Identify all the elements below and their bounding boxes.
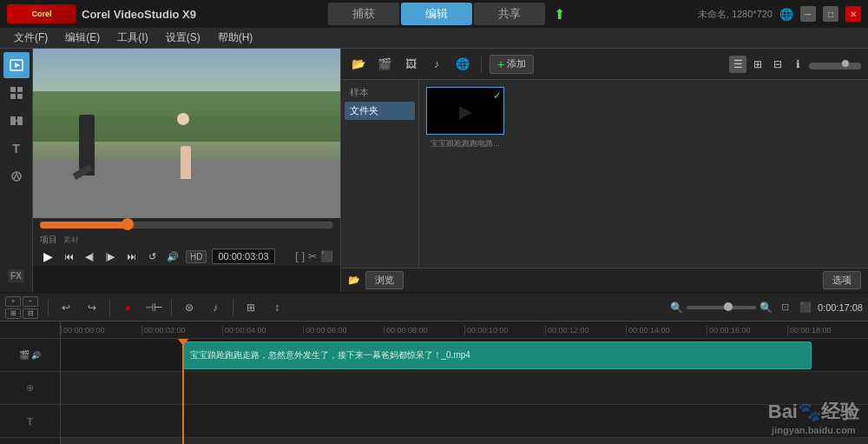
- tracks-container: 宝宝踉跄跑跑走路，忽然意外发生了，接下来一幕爸妈都惊呆了！_0.mp4: [61, 339, 868, 444]
- ruler-mark-2: 00:00:04:00: [222, 326, 303, 335]
- menu-file[interactable]: 文件(F): [7, 29, 55, 47]
- add-label: 添加: [507, 57, 526, 70]
- view-info-icon[interactable]: ℹ: [789, 56, 806, 73]
- track-all-expand-icon[interactable]: ⊞: [5, 308, 21, 319]
- tl-select-icon[interactable]: ↕: [266, 296, 288, 319]
- sidebar-media-icon[interactable]: [3, 52, 30, 78]
- sidebar-title-icon[interactable]: T: [3, 136, 30, 162]
- timeline-toolbar: + − ⊞ ⊟ ↩ ↪ ● ⊣⊢ ⊜ ♪ ⊞ ↕ 🔍 🔍 ⊡ ⬛ 0:00:: [0, 294, 868, 321]
- tl-redo-icon[interactable]: ↪: [81, 296, 103, 319]
- tl-fit-icon[interactable]: ⊡: [776, 299, 793, 316]
- prev-button[interactable]: ⏮: [61, 249, 76, 264]
- sidebar-graphic-icon[interactable]: [3, 163, 30, 189]
- upload-icon[interactable]: ⬆: [554, 6, 565, 23]
- sidebar-instant-icon[interactable]: [3, 80, 30, 106]
- tl-record-icon[interactable]: ●: [116, 296, 139, 319]
- progress-thumb[interactable]: [122, 218, 134, 230]
- resolution-info: 未命名, 1280*720: [698, 8, 773, 21]
- step-fwd-button[interactable]: |▶: [102, 249, 118, 264]
- track-video-icon[interactable]: 🎬: [19, 350, 30, 360]
- view-large-icon[interactable]: ⊟: [769, 56, 786, 73]
- tl-audio-icon[interactable]: ♪: [204, 296, 227, 319]
- timeline-content: 🎬 🔊 ⊕ T 00:00:00:00 00:00:02:00 00:00:04…: [0, 321, 868, 444]
- snapshot-icon[interactable]: ⬛: [320, 250, 333, 262]
- progress-bar[interactable]: [40, 222, 333, 229]
- ruler-mark-6: 00:00:12:00: [545, 326, 626, 335]
- track-title-icon[interactable]: T: [27, 416, 33, 427]
- maximize-button[interactable]: □: [823, 6, 838, 22]
- zoom-plus-icon[interactable]: 🔍: [760, 302, 773, 314]
- preview-video: [33, 49, 340, 218]
- menu-bar: 文件(F) 编辑(E) 工具(I) 设置(S) 帮助(H): [0, 28, 868, 49]
- sidebar-transition-icon[interactable]: [3, 108, 30, 134]
- media-thumb-1[interactable]: ▶ ✓: [426, 87, 504, 135]
- media-image-icon[interactable]: 🖼: [400, 54, 421, 75]
- app-logo: Corel: [7, 4, 76, 23]
- mark-in-icon[interactable]: [: [295, 250, 298, 262]
- track-label-video: 🎬 🔊: [0, 339, 60, 372]
- track-all-collapse-icon[interactable]: ⊟: [23, 308, 38, 319]
- cut-icon[interactable]: ✂: [308, 250, 317, 262]
- zoom-slider[interactable]: [687, 306, 756, 309]
- video-clip[interactable]: 宝宝踉跄跑跑走路，忽然意外发生了，接下来一幕爸妈都惊呆了！_0.mp4: [182, 341, 812, 369]
- view-grid-icon[interactable]: ⊞: [749, 56, 766, 73]
- play-button[interactable]: ▶: [40, 249, 56, 264]
- tl-snap-icon[interactable]: ⊞: [240, 296, 262, 319]
- menu-settings[interactable]: 设置(S): [159, 29, 207, 47]
- view-list-icon[interactable]: ☰: [729, 56, 746, 73]
- timecode[interactable]: 00:00:03:03: [212, 249, 274, 264]
- menu-help[interactable]: 帮助(H): [211, 29, 260, 47]
- media-film-icon[interactable]: 🎬: [374, 54, 395, 75]
- close-button[interactable]: ✕: [845, 6, 861, 22]
- tab-share[interactable]: 共享: [474, 3, 545, 25]
- minimize-button[interactable]: ─: [800, 6, 816, 22]
- timeline-ruler: 00:00:00:00 00:00:02:00 00:00:04:00 00:0…: [61, 321, 868, 339]
- tl-split-icon[interactable]: ⊣⊢: [142, 296, 165, 319]
- next-button[interactable]: ⏭: [123, 249, 139, 264]
- nav-tabs: 捕获 编辑 共享 ⬆: [328, 3, 565, 25]
- ruler-mark-9: 00:00:18:00: [787, 326, 868, 335]
- svg-marker-1: [15, 63, 20, 68]
- track-video-mute[interactable]: 🔊: [31, 351, 41, 360]
- zoom-slider-small[interactable]: [809, 63, 861, 70]
- hd-badge[interactable]: HD: [186, 250, 207, 263]
- media-nav-folder[interactable]: 文件夹: [345, 102, 415, 120]
- tl-full-icon[interactable]: ⬛: [797, 299, 814, 316]
- title-bar: Corel Corel VideoStudio X9 捕获 编辑 共享 ⬆ 未命…: [0, 0, 868, 28]
- media-folder-icon[interactable]: 📂: [348, 54, 369, 75]
- menu-edit[interactable]: 编辑(E): [58, 29, 107, 47]
- mark-out-icon[interactable]: ]: [302, 250, 305, 262]
- media-globe-icon[interactable]: 🌐: [452, 54, 473, 75]
- media-toolbar: 📂 🎬 🖼 ♪ 🌐 + 添加 ☰ ⊞ ⊟ ℹ: [341, 49, 868, 80]
- zoom-minus-icon[interactable]: 🔍: [670, 302, 683, 314]
- add-button[interactable]: + 添加: [490, 55, 534, 74]
- volume-button[interactable]: 🔊: [165, 249, 181, 264]
- ruler-mark-8: 00:00:16:00: [707, 326, 787, 335]
- tl-undo-icon[interactable]: ↩: [55, 296, 77, 319]
- tab-edit[interactable]: 编辑: [401, 3, 472, 25]
- media-audio-icon[interactable]: ♪: [426, 54, 447, 75]
- track-overlay-icon[interactable]: ⊕: [26, 382, 34, 394]
- svg-rect-6: [10, 116, 16, 125]
- media-item-1[interactable]: ▶ ✓ 宝宝踉跄跑跑电路...: [426, 87, 861, 149]
- svg-rect-5: [17, 94, 23, 99]
- sidebar-fx-icon[interactable]: FX: [3, 262, 30, 288]
- tab-capture[interactable]: 捕获: [328, 3, 399, 25]
- svg-rect-4: [10, 94, 16, 99]
- track-expand-icon[interactable]: +: [5, 296, 21, 307]
- track-collapse-icon[interactable]: −: [23, 296, 38, 307]
- svg-rect-2: [10, 87, 16, 92]
- tl-sep-4: [233, 299, 233, 316]
- clip-label: 素材: [63, 235, 79, 246]
- preview-panel: 项目 素材 ▶ ⏮ ◀| |▶ ⏭ ↺ 🔊 HD 00:00:03:03 [ ]…: [33, 49, 341, 292]
- repeat-button[interactable]: ↺: [144, 249, 160, 264]
- media-panel: 📂 🎬 🖼 ♪ 🌐 + 添加 ☰ ⊞ ⊟ ℹ: [341, 49, 868, 292]
- step-back-button[interactable]: ◀|: [82, 249, 97, 264]
- playhead-head: [178, 339, 188, 346]
- media-nav-label: 样本: [345, 83, 415, 102]
- playhead-line: [182, 339, 184, 444]
- browse-button[interactable]: 浏览: [365, 271, 404, 289]
- tl-mix-icon[interactable]: ⊜: [178, 296, 201, 319]
- menu-tools[interactable]: 工具(I): [110, 29, 155, 47]
- options-button[interactable]: 选项: [823, 271, 861, 289]
